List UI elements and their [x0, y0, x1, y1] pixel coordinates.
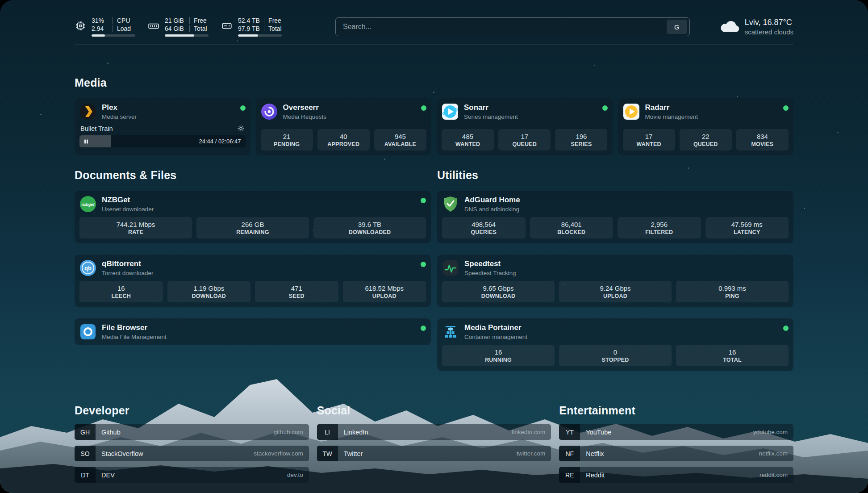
- bookmark-abbr: GH: [75, 424, 96, 440]
- svg-text:qb: qb: [84, 265, 92, 272]
- section-documents: Documents & Files nzbget NZBGet: [75, 169, 431, 345]
- memory-icon: [148, 20, 159, 33]
- disk-progress-track: [238, 34, 282, 37]
- search-provider-button[interactable]: G: [667, 20, 687, 34]
- bookmark-url: netflix.com: [759, 450, 788, 457]
- stat-label: DOWNLOAD: [481, 293, 516, 299]
- bookmark-twitter[interactable]: TW Twitter twitter.com: [317, 446, 551, 461]
- top-bar: 31% CPU 2.94 Load: [75, 0, 793, 37]
- stat-series: 196 SERIES: [555, 129, 607, 150]
- stat-rate: 744.21 Mbps RATE: [79, 217, 192, 238]
- settings-gear-icon[interactable]: [237, 125, 245, 132]
- bookmark-url: twitter.com: [517, 450, 546, 457]
- stat-value: 0.993 ms: [718, 284, 746, 292]
- bookmark-url: github.com: [274, 429, 303, 435]
- section-social: Social LI LinkedIn linkedin.com TW Twitt…: [317, 404, 551, 483]
- service-card-qbittorrent[interactable]: qb qBittorrent Torrent downloader: [75, 255, 431, 307]
- service-subtitle: Series management: [464, 113, 518, 120]
- service-card-radarr[interactable]: Radarr Movie management 17 WANTED 22 QUE…: [618, 98, 794, 155]
- pause-icon[interactable]: [83, 139, 89, 144]
- bookmark-name: Twitter: [344, 450, 363, 457]
- stat-approved: 40 APPROVED: [317, 129, 370, 150]
- stat-stopped: 0 STOPPED: [559, 345, 672, 366]
- bookmark-netflix[interactable]: NF Netflix netflix.com: [559, 446, 793, 461]
- dashboard: 31% CPU 2.94 Load: [0, 0, 868, 493]
- search-input[interactable]: [336, 18, 667, 36]
- stat-label: RUNNING: [485, 357, 512, 363]
- bookmark-reddit[interactable]: RE Reddit reddit.com: [559, 467, 793, 483]
- cpu-progress-track: [92, 34, 135, 37]
- stat-seed: 471 SEED: [255, 281, 338, 302]
- section-title-developer: Developer: [75, 404, 309, 417]
- stat-value: 471: [291, 284, 302, 292]
- bookmark-name: YouTube: [586, 429, 611, 436]
- stat-blocked: 86,401 BLOCKED: [530, 217, 613, 238]
- stat-value: 744.21 Mbps: [117, 221, 155, 228]
- stat-label: QUERIES: [471, 229, 497, 235]
- stat-remaining: 266 GB REMAINING: [196, 217, 309, 238]
- stat-label: QUEUED: [512, 141, 537, 147]
- bookmark-url: reddit.com: [760, 472, 788, 478]
- service-subtitle: DNS and adblocking: [464, 206, 520, 213]
- cpu-widget: 31% CPU 2.94 Load: [75, 17, 135, 37]
- stat-label: LEECH: [112, 293, 131, 299]
- stat-label: DOWNLOAD: [192, 293, 226, 299]
- service-name: File Browser: [102, 323, 167, 332]
- bookmark-abbr: NF: [559, 446, 580, 461]
- topbar-divider: [75, 45, 793, 45]
- adguard-icon: [442, 196, 459, 213]
- stat-label: TOTAL: [723, 357, 742, 363]
- service-card-overseerr[interactable]: Overseerr Media Requests 21 PENDING 40 A…: [256, 98, 432, 155]
- service-name: Speedtest: [464, 259, 516, 268]
- cpu-icon: [75, 20, 86, 33]
- disk-free-label: Free: [264, 17, 282, 24]
- memory-free-value: 21 GiB: [165, 17, 185, 24]
- sonarr-icon: [442, 103, 459, 120]
- stat-value: 945: [395, 133, 406, 140]
- stat-queued: 17 QUEUED: [498, 129, 551, 150]
- cpu-load-value: 2.94: [92, 25, 108, 32]
- now-playing: Bullet Train: [79, 125, 246, 147]
- memory-free-label: Free: [189, 17, 209, 24]
- playback-progress-bar[interactable]: 24:44 / 02:06:47: [79, 135, 246, 147]
- stat-value: 21: [283, 133, 291, 140]
- service-card-adguard[interactable]: AdGuard Home DNS and adblocking 498,564 …: [437, 191, 793, 243]
- stat-label: FILTERED: [645, 229, 673, 235]
- stat-label: PENDING: [274, 141, 300, 147]
- now-playing-title: Bullet Train: [80, 125, 113, 132]
- service-name: Radarr: [645, 103, 698, 112]
- service-card-filebrowser[interactable]: File Browser Media File Management: [75, 318, 431, 345]
- bookmark-abbr: DT: [75, 467, 96, 483]
- service-card-sonarr[interactable]: Sonarr Series management 485 WANTED 17 Q…: [437, 98, 613, 155]
- radarr-icon: [623, 103, 640, 120]
- status-dot: [783, 105, 789, 111]
- service-card-nzbget[interactable]: nzbget NZBGet Usenet downloader 74: [75, 191, 431, 243]
- service-card-speedtest[interactable]: Speedtest Speedtest Tracking 9.65 Gbps D…: [437, 255, 793, 307]
- bookmark-linkedin[interactable]: LI LinkedIn linkedin.com: [317, 424, 551, 440]
- service-subtitle: Usenet downloader: [102, 206, 154, 213]
- portainer-icon: [442, 323, 459, 340]
- stat-label: UPLOAD: [372, 293, 396, 299]
- search-bar: G: [335, 17, 690, 36]
- disk-free-value: 52.4 TB: [238, 17, 260, 24]
- status-dot: [421, 105, 426, 111]
- stat-value: 498,564: [472, 221, 496, 228]
- bookmark-stackoverflow[interactable]: SO StackOverflow stackoverflow.com: [75, 446, 309, 461]
- bookmark-github[interactable]: GH Github github.com: [75, 424, 309, 440]
- stat-movies: 834 MOVIES: [736, 129, 789, 150]
- bookmark-youtube[interactable]: YT YouTube youtube.com: [559, 424, 793, 440]
- weather-condition: scattered clouds: [745, 28, 793, 36]
- disk-icon: [221, 20, 233, 33]
- service-card-portainer[interactable]: Media Portainer Container management 16 …: [437, 318, 793, 371]
- svg-text:nzbget: nzbget: [82, 202, 95, 207]
- stat-label: PING: [725, 293, 739, 299]
- stat-value: 9.65 Gbps: [483, 284, 513, 292]
- stat-value: 16: [495, 348, 502, 356]
- stat-label: AVAILABLE: [384, 141, 416, 147]
- bookmark-abbr: SO: [75, 446, 96, 461]
- stat-download: 1.19 Gbps DOWNLOAD: [167, 281, 251, 302]
- service-name: NZBGet: [102, 196, 154, 205]
- bookmark-dev[interactable]: DT DEV dev.to: [75, 467, 309, 483]
- service-card-plex[interactable]: Plex Media server Bullet Train: [75, 98, 250, 155]
- stat-downloaded: 39.6 TB DOWNLOADED: [313, 217, 426, 238]
